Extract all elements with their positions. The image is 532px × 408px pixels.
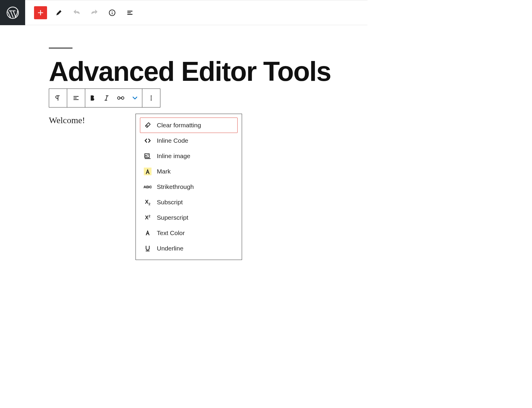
dropdown-item-subscript[interactable]: X2 Subscript [140, 195, 238, 210]
dropdown-item-label: Text Color [157, 229, 185, 237]
dropdown-item-superscript[interactable]: X2 Superscript [140, 210, 238, 225]
subscript-icon: X2 [143, 198, 152, 207]
format-dropdown: Clear formatting Inline Code Inline imag… [136, 114, 242, 260]
dropdown-item-clear-formatting[interactable]: Clear formatting [140, 118, 238, 133]
svg-point-13 [151, 99, 152, 100]
dropdown-item-inline-image[interactable]: Inline image [140, 148, 238, 164]
info-button[interactable] [106, 7, 118, 19]
wordpress-logo[interactable] [0, 0, 25, 25]
strikethrough-icon: ABC [143, 182, 152, 191]
mark-icon [143, 167, 152, 176]
code-icon [143, 136, 152, 145]
image-icon [143, 152, 152, 160]
dropdown-item-label: Inline Code [157, 137, 188, 144]
options-button[interactable] [142, 89, 160, 107]
italic-button[interactable] [99, 89, 114, 107]
bold-button[interactable] [85, 89, 99, 107]
dropdown-item-label: Subscript [157, 199, 183, 206]
edit-tool-button[interactable] [53, 7, 65, 19]
dropdown-item-label: Superscript [157, 214, 188, 221]
dropdown-item-label: Clear formatting [157, 122, 201, 129]
dropdown-item-label: Inline image [157, 152, 190, 160]
block-type-button[interactable] [49, 89, 67, 107]
dropdown-item-strikethrough[interactable]: ABC Strikethrough [140, 179, 238, 195]
link-button[interactable] [114, 89, 128, 107]
post-title[interactable]: Advanced Editor Tools [49, 58, 367, 86]
header-toolbar [25, 6, 136, 19]
editor-header [0, 0, 367, 25]
dropdown-item-label: Mark [157, 168, 171, 175]
svg-line-14 [146, 125, 148, 126]
eraser-icon [143, 121, 152, 130]
superscript-icon: X2 [143, 213, 152, 222]
outline-button[interactable] [124, 7, 136, 19]
underline-icon [143, 244, 152, 253]
svg-point-12 [151, 97, 152, 99]
svg-point-11 [151, 95, 152, 97]
align-button[interactable] [67, 89, 85, 107]
redo-button[interactable] [88, 7, 100, 19]
dropdown-item-label: Underline [157, 245, 183, 252]
add-block-button[interactable] [34, 6, 47, 19]
svg-point-16 [148, 155, 149, 155]
svg-point-3 [112, 11, 112, 12]
dropdown-item-text-color[interactable]: Text Color [140, 225, 238, 241]
dropdown-item-inline-code[interactable]: Inline Code [140, 133, 238, 148]
undo-button[interactable] [71, 7, 83, 19]
dropdown-item-label: Strikethrough [157, 183, 194, 190]
dropdown-item-mark[interactable]: Mark [140, 164, 238, 179]
block-toolbar [49, 89, 160, 107]
title-decoration [49, 47, 72, 49]
text-color-icon [143, 229, 152, 237]
more-format-button[interactable] [128, 89, 142, 107]
dropdown-item-underline[interactable]: Underline [140, 241, 238, 256]
editor-canvas: Advanced Editor Tools [0, 25, 367, 125]
